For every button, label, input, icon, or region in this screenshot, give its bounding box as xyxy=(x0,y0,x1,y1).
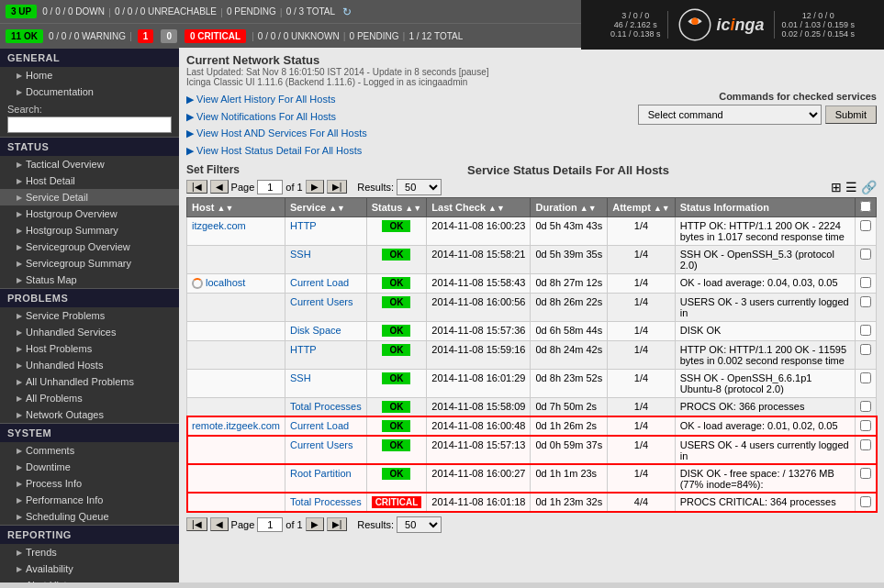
cell-checkbox[interactable] xyxy=(856,397,877,416)
row-checkbox[interactable] xyxy=(860,325,871,336)
sidebar-item-availability[interactable]: Availability xyxy=(0,560,179,577)
link-notifications[interactable]: ▶ View Notifications For All Hosts xyxy=(186,108,367,126)
results-select-bot[interactable]: 50 100 xyxy=(397,516,442,533)
page-prev-btn-bot[interactable]: ◀ xyxy=(210,517,229,531)
page-next-btn-bot[interactable]: ▶ xyxy=(306,517,324,531)
row-checkbox[interactable] xyxy=(860,496,871,507)
cell-service[interactable]: Root Partition xyxy=(285,464,366,493)
page-first-btn-bot[interactable]: |◀ xyxy=(186,517,207,531)
row-checkbox[interactable] xyxy=(860,220,871,231)
page-input[interactable] xyxy=(257,180,283,194)
cell-checkbox[interactable] xyxy=(856,321,877,340)
cell-service[interactable]: Total Processes xyxy=(285,493,366,512)
col-last-check[interactable]: Last Check ▲▼ xyxy=(427,197,531,216)
sidebar-item-status-map[interactable]: Status Map xyxy=(0,272,179,288)
cell-checkbox[interactable] xyxy=(856,293,877,321)
sidebar-item-service-detail[interactable]: Service Detail xyxy=(0,189,179,205)
row-checkbox[interactable] xyxy=(860,344,871,355)
critical-label[interactable]: 0 CRITICAL xyxy=(185,29,246,43)
table-row: Current UsersOK2014-11-08 15:57:130d 0h … xyxy=(187,436,877,464)
cell-service[interactable]: Current Users xyxy=(285,436,366,464)
sidebar-item-comments[interactable]: Comments xyxy=(0,442,179,459)
cell-checkbox[interactable] xyxy=(856,340,877,369)
page-input-bot[interactable] xyxy=(257,517,283,532)
sidebar-item-unhandled-services[interactable]: Unhandled Services xyxy=(0,324,179,340)
cell-checkbox[interactable] xyxy=(856,216,877,245)
col-status[interactable]: Status ▲▼ xyxy=(366,197,427,216)
sidebar-item-trends[interactable]: Trends xyxy=(0,544,179,560)
up-pill[interactable]: 3 UP xyxy=(6,5,37,18)
col-host[interactable]: Host ▲▼ xyxy=(187,197,285,216)
critical-num-pill[interactable]: 1 xyxy=(138,29,154,43)
sidebar-item-hostgroup-overview[interactable]: Hostgroup Overview xyxy=(0,205,179,222)
page-prev-btn[interactable]: ◀ xyxy=(210,180,229,194)
cell-service[interactable]: SSH xyxy=(285,245,366,273)
sidebar-item-tactical-overview[interactable]: Tactical Overview xyxy=(0,156,179,172)
sidebar-item-all-problems[interactable]: All Problems xyxy=(0,390,179,406)
results-select[interactable]: 50 100 all xyxy=(397,179,442,195)
critical-zero-pill[interactable]: 0 xyxy=(161,29,177,43)
col-service[interactable]: Service ▲▼ xyxy=(285,197,366,216)
page-next-btn[interactable]: ▶ xyxy=(306,180,324,194)
select-all-checkbox[interactable] xyxy=(860,201,871,212)
cell-service[interactable]: Current Users xyxy=(285,293,366,321)
commands-submit[interactable]: Submit xyxy=(825,105,877,124)
link-icon[interactable]: 🔗 xyxy=(861,180,877,194)
col-duration[interactable]: Duration ▲▼ xyxy=(531,197,608,216)
sidebar-item-home[interactable]: Home xyxy=(0,67,179,83)
cell-service[interactable]: Total Processes xyxy=(285,397,366,416)
sidebar-item-downtime[interactable]: Downtime xyxy=(0,459,179,475)
row-checkbox[interactable] xyxy=(860,277,871,288)
sidebar-item-service-problems[interactable]: Service Problems xyxy=(0,307,179,324)
page-last-btn-bot[interactable]: ▶| xyxy=(327,517,348,531)
cell-service[interactable]: Current Load xyxy=(285,273,366,293)
page-first-btn[interactable]: |◀ xyxy=(186,180,207,194)
sidebar-item-host-detail[interactable]: Host Detail xyxy=(0,172,179,189)
sidebar-item-hostgroup-summary[interactable]: Hostgroup Summary xyxy=(0,222,179,239)
cell-service[interactable]: SSH xyxy=(285,369,366,397)
link-host-services[interactable]: ▶ View Host AND Services For All Hosts xyxy=(186,125,367,142)
cell-attempt: 4/4 xyxy=(608,493,675,512)
row-checkbox[interactable] xyxy=(860,401,871,412)
sidebar-item-servicegroup-overview[interactable]: Servicegroup Overview xyxy=(0,239,179,255)
cell-checkbox[interactable] xyxy=(856,436,877,464)
sidebar-item-all-unhandled[interactable]: All Unhandled Problems xyxy=(0,373,179,390)
sidebar-item-scheduling-queue[interactable]: Scheduling Queue xyxy=(0,508,179,525)
sidebar-item-network-outages[interactable]: Network Outages xyxy=(0,406,179,423)
refresh-icon[interactable]: ↻ xyxy=(342,6,352,18)
row-checkbox[interactable] xyxy=(860,439,871,450)
pending-stat2: 0 PENDING xyxy=(350,31,399,41)
cell-service[interactable]: Current Load xyxy=(285,416,366,436)
cell-checkbox[interactable] xyxy=(856,369,877,397)
sidebar-item-process-info[interactable]: Process Info xyxy=(0,475,179,492)
sidebar-item-documentation[interactable]: Documentation xyxy=(0,83,179,100)
cell-service[interactable]: HTTP xyxy=(285,340,366,369)
sidebar-item-host-problems[interactable]: Host Problems xyxy=(0,340,179,357)
sidebar-item-performance-info[interactable]: Performance Info xyxy=(0,492,179,508)
row-checkbox[interactable] xyxy=(860,420,871,431)
cell-checkbox[interactable] xyxy=(856,273,877,293)
ok-pill[interactable]: 11 OK xyxy=(6,29,43,43)
col-checkbox[interactable] xyxy=(856,197,877,216)
sidebar-item-unhandled-hosts[interactable]: Unhandled Hosts xyxy=(0,357,179,373)
commands-select[interactable]: Select command xyxy=(638,105,822,125)
cell-checkbox[interactable] xyxy=(856,464,877,493)
row-checkbox[interactable] xyxy=(860,372,871,383)
col-attempt[interactable]: Attempt ▲▼ xyxy=(608,197,675,216)
page-last-btn[interactable]: ▶| xyxy=(327,180,348,194)
link-host-status[interactable]: ▶ View Host Status Detail For All Hosts xyxy=(186,142,367,160)
view-icon-table[interactable]: ⊞ xyxy=(831,180,842,194)
row-checkbox[interactable] xyxy=(860,249,871,260)
view-icon-list[interactable]: ☰ xyxy=(845,180,857,194)
sidebar-item-alert-histogram[interactable]: Alert Histogram xyxy=(0,577,179,582)
cell-service[interactable]: HTTP xyxy=(285,216,366,245)
row-checkbox[interactable] xyxy=(860,296,871,307)
cell-checkbox[interactable] xyxy=(856,245,877,273)
sidebar-item-servicegroup-summary[interactable]: Servicegroup Summary xyxy=(0,255,179,272)
row-checkbox[interactable] xyxy=(860,468,871,479)
cell-checkbox[interactable] xyxy=(856,493,877,512)
search-input[interactable] xyxy=(7,116,172,133)
link-alert-history[interactable]: ▶ View Alert History For All Hosts xyxy=(186,91,367,108)
cell-service[interactable]: Disk Space xyxy=(285,321,366,340)
cell-checkbox[interactable] xyxy=(856,416,877,436)
